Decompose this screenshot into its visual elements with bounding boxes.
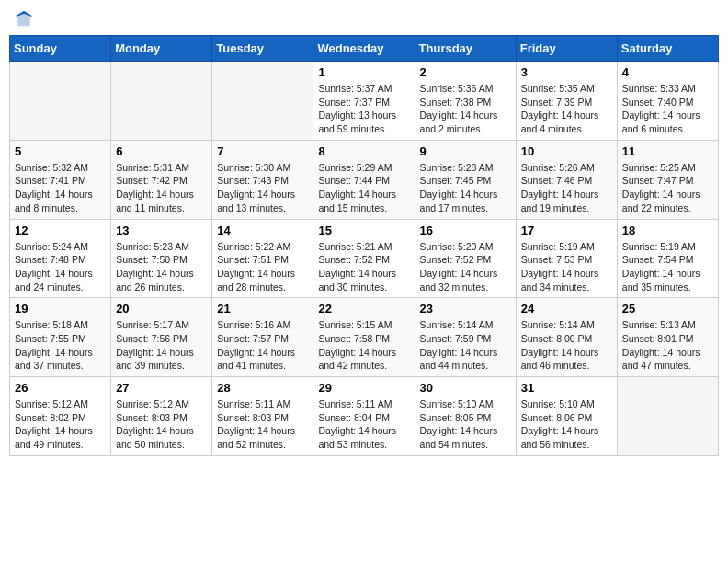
weekday-header-friday: Friday bbox=[516, 36, 617, 62]
calendar-cell bbox=[212, 62, 313, 141]
day-number: 10 bbox=[521, 144, 612, 158]
day-info: Sunrise: 5:33 AM Sunset: 7:40 PM Dayligh… bbox=[622, 82, 713, 136]
day-number: 25 bbox=[622, 302, 713, 316]
calendar-cell bbox=[111, 62, 212, 141]
calendar-cell: 11Sunrise: 5:25 AM Sunset: 7:47 PM Dayli… bbox=[617, 140, 718, 219]
weekday-header-row: SundayMondayTuesdayWednesdayThursdayFrid… bbox=[10, 36, 719, 62]
calendar-cell: 31Sunrise: 5:10 AM Sunset: 8:06 PM Dayli… bbox=[516, 377, 617, 456]
calendar-cell: 13Sunrise: 5:23 AM Sunset: 7:50 PM Dayli… bbox=[111, 219, 212, 298]
day-number: 3 bbox=[521, 65, 612, 79]
day-info: Sunrise: 5:23 AM Sunset: 7:50 PM Dayligh… bbox=[116, 240, 207, 294]
day-number: 29 bbox=[318, 381, 409, 395]
calendar-cell: 8Sunrise: 5:29 AM Sunset: 7:44 PM Daylig… bbox=[313, 140, 415, 219]
day-number: 2 bbox=[420, 65, 511, 79]
weekday-header-wednesday: Wednesday bbox=[313, 36, 415, 62]
calendar-cell: 27Sunrise: 5:12 AM Sunset: 8:03 PM Dayli… bbox=[111, 377, 212, 456]
calendar-cell: 17Sunrise: 5:19 AM Sunset: 7:53 PM Dayli… bbox=[516, 219, 617, 298]
calendar-cell: 15Sunrise: 5:21 AM Sunset: 7:52 PM Dayli… bbox=[313, 219, 415, 298]
day-info: Sunrise: 5:11 AM Sunset: 8:03 PM Dayligh… bbox=[217, 397, 308, 452]
calendar-week-row: 19Sunrise: 5:18 AM Sunset: 7:55 PM Dayli… bbox=[10, 298, 719, 377]
calendar-cell: 21Sunrise: 5:16 AM Sunset: 7:57 PM Dayli… bbox=[212, 298, 313, 377]
calendar-cell: 16Sunrise: 5:20 AM Sunset: 7:52 PM Dayli… bbox=[415, 219, 516, 298]
day-number: 12 bbox=[15, 224, 106, 237]
calendar-cell: 4Sunrise: 5:33 AM Sunset: 7:40 PM Daylig… bbox=[617, 62, 718, 141]
day-info: Sunrise: 5:14 AM Sunset: 7:59 PM Dayligh… bbox=[420, 318, 511, 373]
day-info: Sunrise: 5:25 AM Sunset: 7:47 PM Dayligh… bbox=[622, 161, 713, 215]
day-number: 14 bbox=[217, 224, 308, 237]
day-number: 31 bbox=[521, 381, 612, 395]
day-number: 8 bbox=[318, 144, 409, 158]
calendar-cell: 3Sunrise: 5:35 AM Sunset: 7:39 PM Daylig… bbox=[516, 62, 617, 141]
calendar-cell: 12Sunrise: 5:24 AM Sunset: 7:48 PM Dayli… bbox=[10, 219, 111, 298]
calendar-cell: 23Sunrise: 5:14 AM Sunset: 7:59 PM Dayli… bbox=[415, 298, 516, 377]
calendar-cell: 22Sunrise: 5:15 AM Sunset: 7:58 PM Dayli… bbox=[313, 298, 415, 377]
weekday-header-saturday: Saturday bbox=[617, 36, 718, 62]
logo-icon bbox=[15, 9, 33, 28]
calendar-cell: 6Sunrise: 5:31 AM Sunset: 7:42 PM Daylig… bbox=[111, 140, 212, 219]
day-number: 13 bbox=[116, 224, 207, 237]
day-info: Sunrise: 5:21 AM Sunset: 7:52 PM Dayligh… bbox=[318, 240, 409, 294]
calendar-cell bbox=[617, 377, 718, 456]
calendar-cell: 26Sunrise: 5:12 AM Sunset: 8:02 PM Dayli… bbox=[10, 377, 111, 456]
day-info: Sunrise: 5:24 AM Sunset: 7:48 PM Dayligh… bbox=[15, 240, 106, 294]
day-number: 18 bbox=[622, 224, 713, 237]
calendar-cell: 28Sunrise: 5:11 AM Sunset: 8:03 PM Dayli… bbox=[212, 377, 313, 456]
day-number: 16 bbox=[420, 224, 511, 237]
day-info: Sunrise: 5:30 AM Sunset: 7:43 PM Dayligh… bbox=[217, 161, 308, 215]
day-number: 20 bbox=[116, 302, 207, 316]
day-number: 1 bbox=[318, 65, 409, 79]
weekday-header-monday: Monday bbox=[111, 36, 212, 62]
day-info: Sunrise: 5:18 AM Sunset: 7:55 PM Dayligh… bbox=[15, 318, 106, 373]
calendar-cell: 9Sunrise: 5:28 AM Sunset: 7:45 PM Daylig… bbox=[415, 140, 516, 219]
day-number: 28 bbox=[217, 381, 308, 395]
day-number: 17 bbox=[521, 224, 612, 237]
day-info: Sunrise: 5:12 AM Sunset: 8:02 PM Dayligh… bbox=[15, 397, 106, 452]
calendar-table: SundayMondayTuesdayWednesdayThursdayFrid… bbox=[9, 35, 719, 456]
day-info: Sunrise: 5:31 AM Sunset: 7:42 PM Dayligh… bbox=[116, 161, 207, 215]
day-number: 19 bbox=[15, 302, 106, 316]
day-number: 30 bbox=[420, 381, 511, 395]
day-info: Sunrise: 5:36 AM Sunset: 7:38 PM Dayligh… bbox=[420, 82, 511, 136]
day-info: Sunrise: 5:26 AM Sunset: 7:46 PM Dayligh… bbox=[521, 161, 612, 215]
day-info: Sunrise: 5:10 AM Sunset: 8:05 PM Dayligh… bbox=[420, 397, 511, 452]
calendar-week-row: 26Sunrise: 5:12 AM Sunset: 8:02 PM Dayli… bbox=[10, 377, 719, 456]
weekday-header-sunday: Sunday bbox=[10, 36, 111, 62]
page-header bbox=[9, 9, 719, 28]
calendar-cell: 30Sunrise: 5:10 AM Sunset: 8:05 PM Dayli… bbox=[415, 377, 516, 456]
weekday-header-tuesday: Tuesday bbox=[212, 36, 313, 62]
day-number: 22 bbox=[318, 302, 409, 316]
day-info: Sunrise: 5:17 AM Sunset: 7:56 PM Dayligh… bbox=[116, 318, 207, 373]
calendar-cell bbox=[10, 62, 111, 141]
day-info: Sunrise: 5:11 AM Sunset: 8:04 PM Dayligh… bbox=[318, 397, 409, 452]
day-number: 23 bbox=[420, 302, 511, 316]
calendar-cell: 10Sunrise: 5:26 AM Sunset: 7:46 PM Dayli… bbox=[516, 140, 617, 219]
calendar-week-row: 12Sunrise: 5:24 AM Sunset: 7:48 PM Dayli… bbox=[10, 219, 719, 298]
day-number: 27 bbox=[116, 381, 207, 395]
day-number: 24 bbox=[521, 302, 612, 316]
day-info: Sunrise: 5:14 AM Sunset: 8:00 PM Dayligh… bbox=[521, 318, 612, 373]
calendar-cell: 18Sunrise: 5:19 AM Sunset: 7:54 PM Dayli… bbox=[617, 219, 718, 298]
day-number: 6 bbox=[116, 144, 207, 158]
calendar-cell: 7Sunrise: 5:30 AM Sunset: 7:43 PM Daylig… bbox=[212, 140, 313, 219]
day-number: 26 bbox=[15, 381, 106, 395]
calendar-cell: 14Sunrise: 5:22 AM Sunset: 7:51 PM Dayli… bbox=[212, 219, 313, 298]
day-info: Sunrise: 5:37 AM Sunset: 7:37 PM Dayligh… bbox=[318, 82, 409, 136]
day-number: 4 bbox=[622, 65, 713, 79]
calendar-week-row: 5Sunrise: 5:32 AM Sunset: 7:41 PM Daylig… bbox=[10, 140, 719, 219]
day-number: 21 bbox=[217, 302, 308, 316]
logo bbox=[13, 9, 33, 28]
day-number: 15 bbox=[318, 224, 409, 237]
day-info: Sunrise: 5:10 AM Sunset: 8:06 PM Dayligh… bbox=[521, 397, 612, 452]
day-info: Sunrise: 5:16 AM Sunset: 7:57 PM Dayligh… bbox=[217, 318, 308, 373]
day-number: 9 bbox=[420, 144, 511, 158]
day-info: Sunrise: 5:35 AM Sunset: 7:39 PM Dayligh… bbox=[521, 82, 612, 136]
day-info: Sunrise: 5:32 AM Sunset: 7:41 PM Dayligh… bbox=[15, 161, 106, 215]
day-info: Sunrise: 5:13 AM Sunset: 8:01 PM Dayligh… bbox=[622, 318, 713, 373]
day-info: Sunrise: 5:20 AM Sunset: 7:52 PM Dayligh… bbox=[420, 240, 511, 294]
calendar-cell: 5Sunrise: 5:32 AM Sunset: 7:41 PM Daylig… bbox=[10, 140, 111, 219]
day-info: Sunrise: 5:19 AM Sunset: 7:53 PM Dayligh… bbox=[521, 240, 612, 294]
calendar-cell: 25Sunrise: 5:13 AM Sunset: 8:01 PM Dayli… bbox=[617, 298, 718, 377]
day-info: Sunrise: 5:19 AM Sunset: 7:54 PM Dayligh… bbox=[622, 240, 713, 294]
calendar-week-row: 1Sunrise: 5:37 AM Sunset: 7:37 PM Daylig… bbox=[10, 62, 719, 141]
day-info: Sunrise: 5:29 AM Sunset: 7:44 PM Dayligh… bbox=[318, 161, 409, 215]
